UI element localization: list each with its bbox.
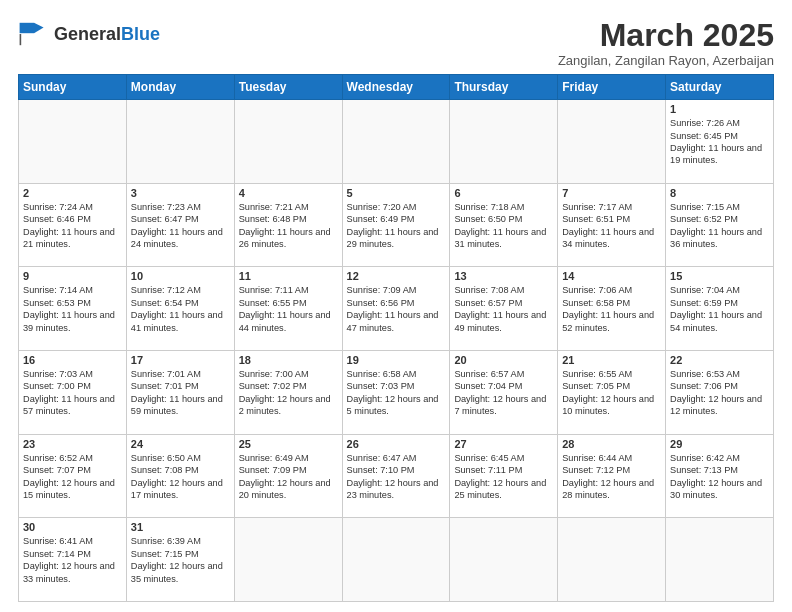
day-info: Sunrise: 6:44 AM Sunset: 7:12 PM Dayligh… [562, 452, 661, 502]
day-info: Sunrise: 6:45 AM Sunset: 7:11 PM Dayligh… [454, 452, 553, 502]
table-row: 20Sunrise: 6:57 AM Sunset: 7:04 PM Dayli… [450, 351, 558, 435]
day-info: Sunrise: 7:26 AM Sunset: 6:45 PM Dayligh… [670, 117, 769, 167]
day-info: Sunrise: 6:41 AM Sunset: 7:14 PM Dayligh… [23, 535, 122, 585]
table-row [558, 100, 666, 184]
subtitle: Zangilan, Zangilan Rayon, Azerbaijan [558, 53, 774, 68]
table-row: 1Sunrise: 7:26 AM Sunset: 6:45 PM Daylig… [666, 100, 774, 184]
table-row: 29Sunrise: 6:42 AM Sunset: 7:13 PM Dayli… [666, 434, 774, 518]
day-info: Sunrise: 7:15 AM Sunset: 6:52 PM Dayligh… [670, 201, 769, 251]
table-row [450, 100, 558, 184]
day-info: Sunrise: 6:52 AM Sunset: 7:07 PM Dayligh… [23, 452, 122, 502]
table-row: 13Sunrise: 7:08 AM Sunset: 6:57 PM Dayli… [450, 267, 558, 351]
day-number: 26 [347, 438, 446, 450]
table-row: 24Sunrise: 6:50 AM Sunset: 7:08 PM Dayli… [126, 434, 234, 518]
table-row: 7Sunrise: 7:17 AM Sunset: 6:51 PM Daylig… [558, 183, 666, 267]
col-wednesday: Wednesday [342, 75, 450, 100]
day-number: 20 [454, 354, 553, 366]
day-info: Sunrise: 7:03 AM Sunset: 7:00 PM Dayligh… [23, 368, 122, 418]
table-row: 17Sunrise: 7:01 AM Sunset: 7:01 PM Dayli… [126, 351, 234, 435]
table-row: 2Sunrise: 7:24 AM Sunset: 6:46 PM Daylig… [19, 183, 127, 267]
day-number: 25 [239, 438, 338, 450]
day-number: 3 [131, 187, 230, 199]
day-number: 11 [239, 270, 338, 282]
calendar-week-row: 16Sunrise: 7:03 AM Sunset: 7:00 PM Dayli… [19, 351, 774, 435]
day-number: 6 [454, 187, 553, 199]
table-row: 26Sunrise: 6:47 AM Sunset: 7:10 PM Dayli… [342, 434, 450, 518]
table-row: 11Sunrise: 7:11 AM Sunset: 6:55 PM Dayli… [234, 267, 342, 351]
day-info: Sunrise: 7:04 AM Sunset: 6:59 PM Dayligh… [670, 284, 769, 334]
table-row [342, 100, 450, 184]
day-info: Sunrise: 6:57 AM Sunset: 7:04 PM Dayligh… [454, 368, 553, 418]
day-info: Sunrise: 6:42 AM Sunset: 7:13 PM Dayligh… [670, 452, 769, 502]
day-number: 13 [454, 270, 553, 282]
day-info: Sunrise: 7:21 AM Sunset: 6:48 PM Dayligh… [239, 201, 338, 251]
day-number: 15 [670, 270, 769, 282]
table-row [342, 518, 450, 602]
day-info: Sunrise: 6:47 AM Sunset: 7:10 PM Dayligh… [347, 452, 446, 502]
day-number: 31 [131, 521, 230, 533]
day-number: 28 [562, 438, 661, 450]
day-info: Sunrise: 7:17 AM Sunset: 6:51 PM Dayligh… [562, 201, 661, 251]
day-number: 24 [131, 438, 230, 450]
table-row [666, 518, 774, 602]
day-number: 27 [454, 438, 553, 450]
table-row [19, 100, 127, 184]
table-row: 5Sunrise: 7:20 AM Sunset: 6:49 PM Daylig… [342, 183, 450, 267]
table-row: 30Sunrise: 6:41 AM Sunset: 7:14 PM Dayli… [19, 518, 127, 602]
header: GeneralBlue March 2025 Zangilan, Zangila… [18, 18, 774, 68]
day-info: Sunrise: 6:50 AM Sunset: 7:08 PM Dayligh… [131, 452, 230, 502]
svg-rect-2 [20, 34, 22, 45]
day-info: Sunrise: 7:12 AM Sunset: 6:54 PM Dayligh… [131, 284, 230, 334]
col-thursday: Thursday [450, 75, 558, 100]
calendar-week-row: 1Sunrise: 7:26 AM Sunset: 6:45 PM Daylig… [19, 100, 774, 184]
table-row: 15Sunrise: 7:04 AM Sunset: 6:59 PM Dayli… [666, 267, 774, 351]
col-saturday: Saturday [666, 75, 774, 100]
table-row [234, 100, 342, 184]
logo: GeneralBlue [18, 18, 160, 50]
title-block: March 2025 Zangilan, Zangilan Rayon, Aze… [558, 18, 774, 68]
day-info: Sunrise: 6:53 AM Sunset: 7:06 PM Dayligh… [670, 368, 769, 418]
day-info: Sunrise: 6:49 AM Sunset: 7:09 PM Dayligh… [239, 452, 338, 502]
table-row: 21Sunrise: 6:55 AM Sunset: 7:05 PM Dayli… [558, 351, 666, 435]
col-sunday: Sunday [19, 75, 127, 100]
col-tuesday: Tuesday [234, 75, 342, 100]
table-row: 18Sunrise: 7:00 AM Sunset: 7:02 PM Dayli… [234, 351, 342, 435]
svg-rect-0 [20, 23, 34, 33]
day-info: Sunrise: 6:58 AM Sunset: 7:03 PM Dayligh… [347, 368, 446, 418]
table-row: 3Sunrise: 7:23 AM Sunset: 6:47 PM Daylig… [126, 183, 234, 267]
logo-icon [18, 18, 50, 50]
day-number: 21 [562, 354, 661, 366]
day-number: 4 [239, 187, 338, 199]
day-info: Sunrise: 7:01 AM Sunset: 7:01 PM Dayligh… [131, 368, 230, 418]
table-row: 27Sunrise: 6:45 AM Sunset: 7:11 PM Dayli… [450, 434, 558, 518]
day-number: 16 [23, 354, 122, 366]
table-row: 14Sunrise: 7:06 AM Sunset: 6:58 PM Dayli… [558, 267, 666, 351]
table-row: 12Sunrise: 7:09 AM Sunset: 6:56 PM Dayli… [342, 267, 450, 351]
table-row [234, 518, 342, 602]
table-row: 31Sunrise: 6:39 AM Sunset: 7:15 PM Dayli… [126, 518, 234, 602]
table-row: 22Sunrise: 6:53 AM Sunset: 7:06 PM Dayli… [666, 351, 774, 435]
day-number: 5 [347, 187, 446, 199]
table-row [450, 518, 558, 602]
day-number: 2 [23, 187, 122, 199]
day-number: 12 [347, 270, 446, 282]
day-info: Sunrise: 7:11 AM Sunset: 6:55 PM Dayligh… [239, 284, 338, 334]
day-number: 30 [23, 521, 122, 533]
day-number: 18 [239, 354, 338, 366]
table-row: 19Sunrise: 6:58 AM Sunset: 7:03 PM Dayli… [342, 351, 450, 435]
day-number: 14 [562, 270, 661, 282]
day-info: Sunrise: 7:09 AM Sunset: 6:56 PM Dayligh… [347, 284, 446, 334]
table-row: 8Sunrise: 7:15 AM Sunset: 6:52 PM Daylig… [666, 183, 774, 267]
col-friday: Friday [558, 75, 666, 100]
day-number: 7 [562, 187, 661, 199]
day-info: Sunrise: 7:24 AM Sunset: 6:46 PM Dayligh… [23, 201, 122, 251]
calendar-week-row: 23Sunrise: 6:52 AM Sunset: 7:07 PM Dayli… [19, 434, 774, 518]
page: GeneralBlue March 2025 Zangilan, Zangila… [0, 0, 792, 612]
table-row: 23Sunrise: 6:52 AM Sunset: 7:07 PM Dayli… [19, 434, 127, 518]
day-number: 23 [23, 438, 122, 450]
month-title: March 2025 [558, 18, 774, 53]
table-row: 25Sunrise: 6:49 AM Sunset: 7:09 PM Dayli… [234, 434, 342, 518]
day-number: 8 [670, 187, 769, 199]
table-row: 28Sunrise: 6:44 AM Sunset: 7:12 PM Dayli… [558, 434, 666, 518]
table-row [126, 100, 234, 184]
